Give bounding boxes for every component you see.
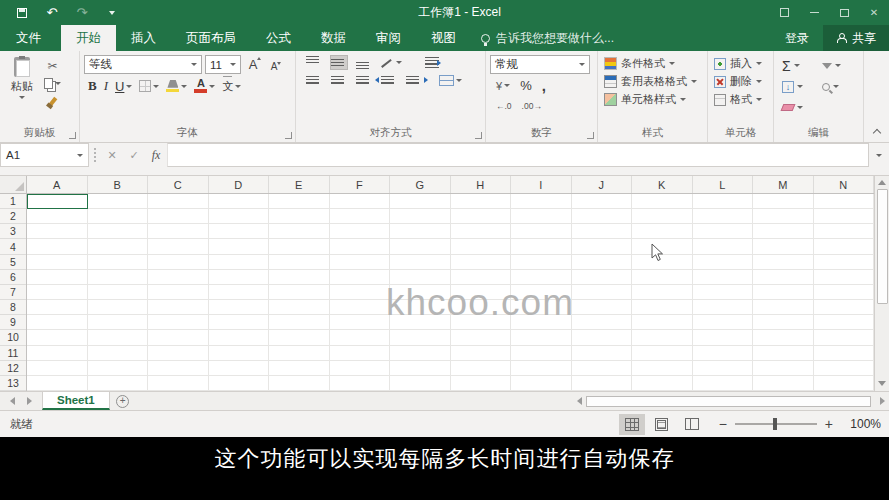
column-header-N[interactable]: N [814,176,875,193]
cell-G2[interactable] [390,209,451,224]
cell-B6[interactable] [88,270,149,285]
cell-M11[interactable] [753,346,814,361]
cell-A3[interactable] [27,224,88,239]
cell-E1[interactable] [269,194,330,209]
middle-align-button[interactable] [331,56,347,69]
cell-G12[interactable] [390,361,451,376]
row-header-2[interactable]: 2 [0,209,26,224]
cell-J4[interactable] [572,239,633,254]
row-header-11[interactable]: 11 [0,346,26,361]
cell-M13[interactable] [753,376,814,391]
borders-button[interactable] [139,80,159,92]
cell-A1[interactable] [27,194,88,209]
cell-B4[interactable] [88,239,149,254]
cell-B8[interactable] [88,300,149,315]
cell-I2[interactable] [511,209,572,224]
cell-H9[interactable] [451,315,512,330]
cell-A8[interactable] [27,300,88,315]
cell-E9[interactable] [269,315,330,330]
cell-J1[interactable] [572,194,633,209]
cell-A7[interactable] [27,285,88,300]
enter-button[interactable]: ✓ [123,143,145,167]
decrease-decimal-button[interactable]: .00→ [522,101,542,111]
cell-L9[interactable] [693,315,754,330]
cell-D6[interactable] [209,270,270,285]
cell-I9[interactable] [511,315,572,330]
cell-M6[interactable] [753,270,814,285]
sign-in-button[interactable]: 登录 [771,25,823,51]
dialog-launcher-icon[interactable] [69,132,76,139]
copy-button[interactable] [44,76,61,91]
tab-view[interactable]: 视图 [416,25,471,51]
column-header-F[interactable]: F [330,176,391,193]
column-header-D[interactable]: D [209,176,270,193]
cell-G3[interactable] [390,224,451,239]
cell-C10[interactable] [148,330,209,345]
grow-font-button[interactable]: A [244,55,262,74]
cell-N8[interactable] [814,300,875,315]
cell-F7[interactable] [330,285,391,300]
font-name-combo[interactable]: 等线 [84,55,202,74]
column-header-M[interactable]: M [753,176,814,193]
cell-J12[interactable] [572,361,633,376]
cell-L7[interactable] [693,285,754,300]
tell-me-box[interactable]: 告诉我您想要做什么... [481,25,614,51]
column-header-E[interactable]: E [269,176,330,193]
page-break-view-button[interactable] [679,414,705,435]
vertical-scrollbar[interactable] [874,176,889,391]
page-layout-view-button[interactable] [649,414,675,435]
font-color-button[interactable]: A [194,79,215,93]
cell-A11[interactable] [27,346,88,361]
cell-I6[interactable] [511,270,572,285]
cell-C7[interactable] [148,285,209,300]
cell-G6[interactable] [390,270,451,285]
cell-F13[interactable] [330,376,391,391]
cell-E13[interactable] [269,376,330,391]
cell-L11[interactable] [693,346,754,361]
cell-K8[interactable] [632,300,693,315]
redo-button[interactable]: ↷ [74,5,90,21]
column-header-I[interactable]: I [511,176,572,193]
cell-M2[interactable] [753,209,814,224]
cell-N11[interactable] [814,346,875,361]
cell-H8[interactable] [451,300,512,315]
row-header-12[interactable]: 12 [0,361,26,376]
cell-N4[interactable] [814,239,875,254]
number-format-combo[interactable]: 常规 [490,55,590,74]
cell-K9[interactable] [632,315,693,330]
column-header-C[interactable]: C [148,176,209,193]
cell-B11[interactable] [88,346,149,361]
cell-F3[interactable] [330,224,391,239]
format-as-table-button[interactable]: 套用表格格式 [602,74,703,89]
cell-L2[interactable] [693,209,754,224]
sort-filter-button[interactable] [822,56,856,75]
scroll-right-icon[interactable] [880,397,885,405]
add-sheet-button[interactable]: + [110,392,136,410]
cell-F10[interactable] [330,330,391,345]
tab-file[interactable]: 文件 [0,25,57,51]
zoom-slider[interactable] [735,423,817,425]
cell-C11[interactable] [148,346,209,361]
cell-K6[interactable] [632,270,693,285]
column-header-A[interactable]: A [27,176,88,193]
cell-C12[interactable] [148,361,209,376]
merge-center-button[interactable] [439,75,462,86]
cell-C1[interactable] [148,194,209,209]
cell-C13[interactable] [148,376,209,391]
cell-I1[interactable] [511,194,572,209]
cell-K3[interactable] [632,224,693,239]
cell-F2[interactable] [330,209,391,224]
cell-H7[interactable] [451,285,512,300]
cell-J7[interactable] [572,285,633,300]
cell-L6[interactable] [693,270,754,285]
row-header-5[interactable]: 5 [0,255,26,270]
cell-B12[interactable] [88,361,149,376]
format-cells-button[interactable]: 格式 [712,92,769,107]
collapse-ribbon-button[interactable] [873,129,881,137]
cell-A13[interactable] [27,376,88,391]
cell-M10[interactable] [753,330,814,345]
cell-K2[interactable] [632,209,693,224]
expand-formula-bar-button[interactable] [869,143,889,167]
row-header-10[interactable]: 10 [0,330,26,345]
cell-F5[interactable] [330,255,391,270]
